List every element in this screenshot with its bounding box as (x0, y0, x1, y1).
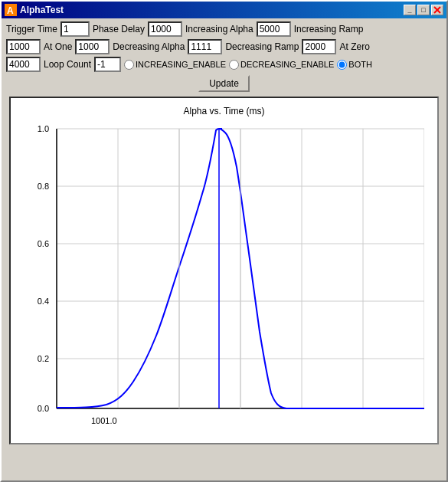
at-one-input[interactable] (6, 39, 41, 54)
svg-text:0.0: 0.0 (38, 404, 49, 413)
decreasing-ramp-label: Decreasing Ramp (225, 41, 299, 52)
window-controls: _ □ (404, 5, 443, 15)
svg-text:1001.0: 1001.0 (91, 416, 117, 425)
form-content: Trigger Time Phase Delay Increasing Alph… (2, 18, 446, 452)
row-3: Loop Count INCREASING_ENABLE DECREASING_… (6, 57, 442, 72)
button-row: Update (6, 75, 442, 92)
increasing-alpha-input[interactable] (257, 21, 291, 37)
title-bar: A AlphaTest _ □ (2, 2, 446, 18)
at-one-label: At One (44, 41, 72, 52)
chart-container: Alpha vs. Time (ms) 1.0 0.8 (9, 97, 439, 444)
row-2: At One Decreasing Alpha Decreasing Ramp … (6, 39, 442, 54)
close-icon (433, 6, 441, 14)
radio-decreasing-input[interactable] (229, 60, 239, 70)
loop-count-label: Loop Count (44, 59, 91, 70)
radio-decreasing-label: DECREASING_ENABLE (240, 60, 334, 69)
svg-text:0.8: 0.8 (38, 182, 49, 191)
dec-alpha-input[interactable] (75, 39, 110, 54)
app-icon: A (5, 4, 17, 16)
radio-both-input[interactable] (337, 60, 347, 70)
radio-decreasing: DECREASING_ENABLE (229, 60, 334, 70)
svg-text:0.6: 0.6 (38, 239, 49, 248)
decreasing-alpha-label: Decreasing Alpha (113, 41, 185, 52)
increasing-ramp-label: Increasing Ramp (294, 24, 364, 34)
maximize-button[interactable]: □ (417, 5, 430, 15)
radio-both-label: BOTH (348, 60, 372, 69)
dec-ramp-input[interactable] (188, 39, 222, 54)
close-button[interactable] (431, 5, 443, 15)
svg-text:0.4: 0.4 (38, 297, 49, 306)
radio-increasing-label: INCREASING_ENABLE (136, 60, 226, 69)
main-window: A AlphaTest _ □ Trigger Time Phase Delay… (0, 0, 448, 482)
radio-increasing-input[interactable] (124, 60, 134, 70)
loop-count-input1[interactable] (6, 57, 41, 72)
at-zero-label: At Zero (339, 41, 369, 52)
dec-ramp-value2-input[interactable] (302, 39, 336, 54)
phase-delay-label: Phase Delay (93, 24, 145, 34)
svg-text:0.2: 0.2 (38, 354, 49, 363)
minimize-button[interactable]: _ (404, 5, 416, 15)
chart-title: Alpha vs. Time (ms) (18, 106, 430, 116)
trigger-time-input[interactable] (60, 21, 90, 37)
chart-svg: 1.0 0.8 0.6 0.4 0.2 0.0 1001.0 (18, 121, 424, 435)
row-1: Trigger Time Phase Delay Increasing Alph… (6, 21, 442, 37)
trigger-time-label: Trigger Time (6, 24, 57, 34)
loop-count-input2[interactable] (94, 57, 121, 72)
phase-delay-input[interactable] (148, 21, 182, 37)
update-button[interactable]: Update (198, 75, 250, 92)
svg-text:1.0: 1.0 (38, 124, 49, 133)
radio-both: BOTH (337, 60, 372, 70)
radio-increasing: INCREASING_ENABLE (124, 60, 226, 70)
increasing-alpha-label: Increasing Alpha (185, 24, 253, 34)
window-title: AlphaTest (20, 5, 64, 15)
svg-text:A: A (7, 5, 14, 16)
